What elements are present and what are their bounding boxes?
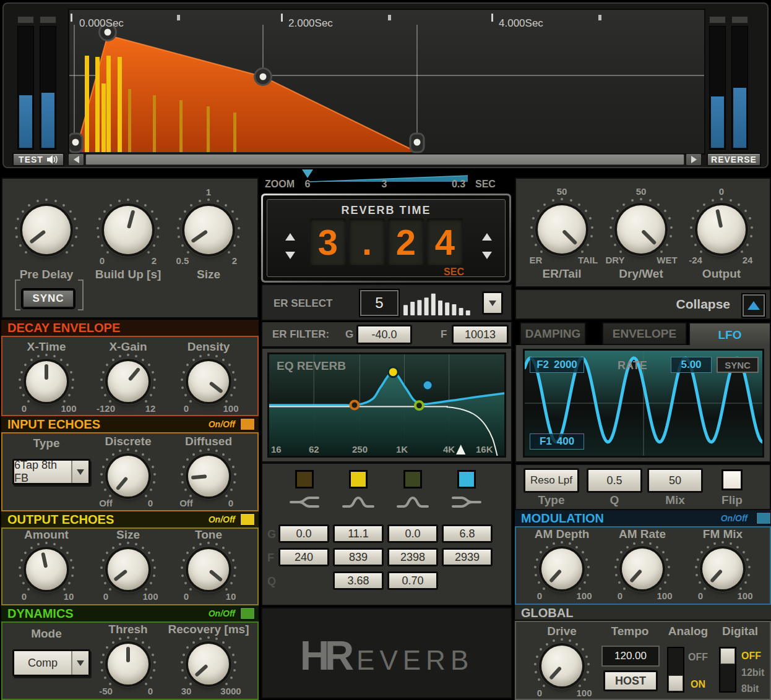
test-button[interactable]: TEST [12,153,64,166]
dry-wet-knob[interactable]: 50DRYWETDry/Wet [595,194,687,287]
digital-12bit-label[interactable]: 12bit [741,667,764,678]
er-select-dropdown-button[interactable] [482,291,503,315]
thresh-knob[interactable]: -500Thresh [82,633,174,700]
knob-name-label: Diffused [162,435,255,448]
band2-freq-value[interactable]: 839 [333,548,384,566]
analog-off-label[interactable]: OFF [688,652,708,663]
low-shelf-filter-icon[interactable] [287,495,322,510]
fm-mix-knob[interactable]: 0100FM Mix [676,537,769,630]
lfo-filter-q-value[interactable]: 0.5 [587,468,642,493]
host-button[interactable]: HOST [603,670,658,691]
er-select-value[interactable]: 5 [360,290,398,316]
knob-dial[interactable] [538,205,586,254]
am-rate-knob[interactable]: 0100AM Rate [596,537,689,630]
amount-knob[interactable]: 010Amount [0,538,93,631]
lfo-filter-mix-value[interactable]: 50 [647,468,703,493]
knob-dial[interactable] [26,549,67,590]
band3-gain-value[interactable]: 0.0 [387,524,438,543]
lfo-flip-button[interactable] [721,469,743,490]
am-depth-knob[interactable]: 0100AM Depth [515,537,608,630]
knob-dial[interactable] [622,548,663,589]
lfo-f1-box[interactable]: F1400 [530,433,584,450]
band2-color-swatch[interactable] [349,470,368,489]
output-size-knob[interactable]: 0100Size [82,538,174,631]
knob-dial[interactable] [188,644,229,685]
x-gain-knob[interactable]: -12012X-Gain [82,350,174,443]
knob-pointer [549,666,562,680]
pre-delay-knob[interactable]: Pre Delay [0,195,93,288]
knob-dial[interactable] [26,361,67,402]
input-type-dropdown[interactable]: 6Tap 8th FB [12,459,90,485]
band4-gain-value[interactable]: 6.8 [442,524,493,543]
tone-knob[interactable]: 010Tone [162,538,255,631]
knob-dial[interactable] [541,548,582,589]
band3-q-value[interactable]: 0.70 [387,571,438,590]
reverb-time-digits[interactable]: 3 . 2 4 [310,218,463,265]
digital-8bit-label[interactable]: 8bit [741,683,759,694]
knob-dial[interactable] [108,644,149,685]
er-filter-g-value[interactable]: -40.0 [356,325,412,344]
diffused-knob[interactable]: Off0Diffused [162,445,255,537]
knob-dial[interactable] [184,206,233,254]
analog-slider-handle[interactable] [668,675,683,691]
band1-color-swatch[interactable] [295,470,314,489]
band1-freq-value[interactable]: 240 [278,548,329,566]
size-knob[interactable]: 10.52Size [162,195,255,288]
knob-dial[interactable] [188,549,229,590]
knob-dial[interactable] [108,361,149,402]
dynamics-mode-dropdown[interactable]: Comp [12,649,90,677]
knob-dial[interactable] [188,456,229,497]
band3-freq-value[interactable]: 2398 [387,548,438,566]
lfo-f2-box[interactable]: F22000 [530,357,584,373]
er-filter-f-value[interactable]: 10013 [452,325,509,344]
knob-dial[interactable] [108,549,149,590]
tab-damping[interactable]: DAMPING [520,322,586,345]
tempo-value[interactable]: 120.00 [601,646,660,667]
drive-knob[interactable]: 0100Drive [515,634,608,700]
lfo-rate-value[interactable]: 5.00 [671,357,712,373]
predelay-sync-button[interactable]: SYNC [22,289,74,308]
band4-freq-value[interactable]: 2939 [442,548,493,566]
lfo-filter-type-value[interactable]: Reso Lpf [523,468,579,493]
reverb-time-spinner-right[interactable] [481,232,493,260]
knob-dial[interactable] [697,205,746,254]
scrollbar-thumb[interactable] [85,154,684,165]
lfo-display[interactable]: F22000 RATE 5.00 SYNC F1400 [523,349,764,458]
high-shelf-filter-icon[interactable] [449,495,484,510]
eq-reverb-display[interactable]: EQ REVERB 16622501K4K16K [267,352,506,458]
reverb-time-spinner-left[interactable] [285,232,296,260]
bell-filter-icon[interactable] [341,495,376,510]
decay-envelope-graph[interactable] [69,10,704,153]
bell-filter-icon[interactable] [395,495,430,510]
envelope-display[interactable]: 0.000Sec2.000Sec4.000Sec [68,9,705,155]
output-knob[interactable]: 0-2424Output [675,194,768,287]
band1-gain-value[interactable]: 0.0 [278,524,329,543]
tab-envelope[interactable]: ENVELOPE [602,322,687,345]
recovery-knob[interactable]: 303000Recovery [ms] [162,633,255,700]
knob-dial[interactable] [541,646,582,686]
build-up-knob[interactable]: 02Build Up [s] [82,195,174,288]
analog-on-label[interactable]: ON [691,679,705,690]
digital-slider-handle[interactable] [720,648,735,664]
collapse-button[interactable] [743,294,765,317]
tab-lfo[interactable]: LFO [689,322,771,346]
discrete-knob[interactable]: Off0Discrete [82,445,174,537]
band4-color-swatch[interactable] [457,470,476,489]
knob-dial[interactable] [22,206,71,254]
density-knob[interactable]: 0100Density [162,350,255,443]
lfo-sync-button[interactable]: SYNC [717,357,759,373]
band2-gain-value[interactable]: 11.1 [333,524,384,543]
digital-off-label[interactable]: OFF [741,651,761,662]
scroll-left-button[interactable] [68,153,84,166]
knob-dial[interactable] [108,456,149,497]
band2-q-value[interactable]: 3.68 [333,571,384,590]
modulation-toggle[interactable] [756,512,771,524]
knob-dial[interactable] [188,361,229,402]
scroll-right-button[interactable] [686,153,702,166]
knob-dial[interactable] [104,206,152,254]
band3-color-swatch[interactable] [403,470,422,489]
reverse-button[interactable]: REVERSE [707,153,761,166]
knob-dial[interactable] [617,205,665,254]
x-time-knob[interactable]: 0100X-Time [0,350,93,443]
knob-dial[interactable] [702,548,743,589]
